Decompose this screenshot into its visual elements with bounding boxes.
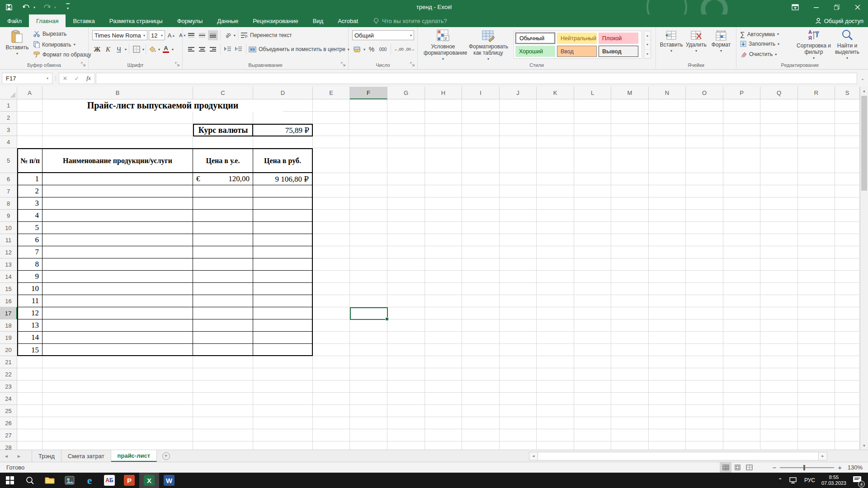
italic-button[interactable]: К	[103, 44, 113, 54]
table-cell[interactable]	[253, 283, 312, 295]
clear-button[interactable]: Очистить ▾	[740, 51, 777, 57]
column-header-C[interactable]: C	[193, 87, 253, 99]
table-cell[interactable]	[253, 344, 312, 356]
comma-style-button[interactable]: 000	[378, 44, 388, 54]
table-cell[interactable]	[42, 283, 193, 295]
zoom-slider-handle[interactable]	[803, 465, 805, 470]
table-cell[interactable]: 9 106,80 ₽	[253, 173, 312, 185]
hscroll-right-icon[interactable]: ►	[818, 452, 827, 460]
language-indicator[interactable]: РУС	[804, 477, 815, 483]
insert-function-icon[interactable]: fx	[83, 75, 94, 82]
page-break-view-icon[interactable]	[743, 462, 755, 473]
table-cell[interactable]: 13	[18, 319, 42, 331]
sheet-nav-right-icon[interactable]: ►	[13, 450, 25, 462]
row-header-19[interactable]: 19	[0, 332, 17, 344]
horizontal-scroll-thumb[interactable]	[538, 452, 818, 460]
row-header-6[interactable]: 6	[0, 173, 17, 185]
font-dialog-launcher-icon[interactable]	[175, 62, 180, 67]
table-cell[interactable]: 7	[18, 246, 42, 258]
table-cell[interactable]: 9	[18, 271, 42, 282]
column-header-H[interactable]: H	[425, 87, 462, 99]
row-header-11[interactable]: 11	[0, 234, 17, 246]
row-header-12[interactable]: 12	[0, 246, 17, 258]
price-table-row-13[interactable]: 13	[18, 319, 312, 332]
table-cell[interactable]	[42, 197, 193, 209]
insert-cells-button[interactable]: Вставить ▾	[659, 30, 684, 53]
header-cell-name[interactable]: Наименование продукции/услуги	[42, 149, 193, 172]
merge-center-button[interactable]: Объединить и поместить в центре ▾	[249, 46, 349, 52]
close-icon[interactable]	[847, 0, 868, 14]
menu-tab-Рецензирование[interactable]: Рецензирование	[245, 14, 305, 27]
borders-icon[interactable]	[132, 44, 142, 54]
underline-button[interactable]: Ч	[114, 44, 124, 54]
decrease-decimal-icon[interactable]: ,00→	[405, 44, 415, 54]
column-header-O[interactable]: O	[686, 87, 723, 99]
table-cell[interactable]	[42, 319, 193, 331]
table-cell[interactable]: €120,00	[193, 173, 253, 185]
row-header-5[interactable]: 5	[0, 148, 17, 173]
table-cell[interactable]	[193, 258, 253, 270]
table-cell[interactable]	[193, 307, 253, 319]
table-cell[interactable]: 11	[18, 295, 42, 307]
format-painter-button[interactable]: Формат по образцу	[33, 52, 91, 58]
menu-tab-Формулы[interactable]: Формулы	[170, 14, 210, 27]
style-neutral[interactable]: Нейтральный	[557, 33, 597, 44]
clipboard-dialog-launcher-icon[interactable]	[81, 62, 86, 67]
column-header-S[interactable]: S	[835, 87, 860, 99]
increase-decimal-icon[interactable]: ←,00	[394, 44, 404, 54]
table-cell[interactable]	[253, 307, 312, 319]
powerpoint-button[interactable]: P	[119, 473, 139, 488]
row-header-4[interactable]: 4	[0, 136, 17, 148]
table-cell[interactable]	[42, 332, 193, 343]
row-header-25[interactable]: 25	[0, 405, 17, 417]
accounting-format-icon[interactable]	[352, 44, 362, 54]
table-cell[interactable]	[42, 222, 193, 234]
ribbon-display-options-icon[interactable]	[785, 0, 806, 14]
number-dialog-launcher-icon[interactable]	[410, 62, 415, 67]
wrap-text-button[interactable]: Перенести текст	[241, 32, 292, 38]
table-cell[interactable]	[253, 234, 312, 246]
alignment-dialog-launcher-icon[interactable]	[341, 62, 346, 67]
sheet-title-cell[interactable]: Прайс-лист выпускаемой продукции	[42, 99, 283, 112]
price-table-row-4[interactable]: 4	[18, 210, 312, 222]
row-header-28[interactable]: 28	[0, 441, 17, 450]
vertical-scroll-thumb[interactable]	[861, 96, 867, 191]
format-cells-button[interactable]: Формат ▾	[708, 30, 734, 53]
minimize-icon[interactable]	[806, 0, 826, 14]
sheet-nav-left-icon[interactable]: ◄	[0, 450, 13, 462]
grid-body[interactable]: Прайс-лист выпускаемой продукции Курс ва…	[17, 99, 860, 450]
row-header-17[interactable]: 17	[0, 307, 17, 319]
row-header-20[interactable]: 20	[0, 344, 17, 356]
excel-button[interactable]: X	[139, 473, 159, 488]
font-name-combo[interactable]: Times New Roma▾	[92, 30, 147, 40]
price-table-row-5[interactable]: 5	[18, 222, 312, 234]
horizontal-scrollbar[interactable]: ◄ ►	[529, 452, 827, 460]
bold-button[interactable]: Ж	[92, 44, 102, 54]
hscroll-left-icon[interactable]: ◄	[529, 452, 538, 460]
scroll-down-icon[interactable]: ▼	[860, 441, 868, 450]
style-output[interactable]: Вывод	[599, 46, 638, 57]
column-header-R[interactable]: R	[798, 87, 835, 99]
formula-input[interactable]	[96, 73, 857, 84]
sort-filter-button[interactable]: АЯ Сортировка и фильтр ▾	[795, 29, 832, 60]
table-cell[interactable]	[253, 271, 312, 282]
sheet-tab-Трэнд[interactable]: Трэнд	[32, 450, 61, 462]
menu-tab-Вставка[interactable]: Вставка	[66, 14, 102, 27]
header-cell-price-rub[interactable]: Цена в руб.	[253, 149, 312, 172]
column-header-N[interactable]: N	[649, 87, 686, 99]
row-header-7[interactable]: 7	[0, 185, 17, 197]
delete-cells-button[interactable]: Удалить ▾	[684, 30, 708, 53]
expand-formula-bar-icon[interactable]: ⌄	[857, 76, 868, 81]
page-layout-view-icon[interactable]	[731, 462, 743, 473]
row-header-15[interactable]: 15	[0, 283, 17, 295]
file-explorer-button[interactable]	[40, 473, 60, 488]
price-table-header-row[interactable]: № п/п Наименование продукции/услуги Цена…	[18, 149, 312, 173]
price-table-row-8[interactable]: 8	[18, 258, 312, 271]
menu-tab-Acrobat[interactable]: Acrobat	[330, 14, 365, 27]
table-cell[interactable]: 14	[18, 332, 42, 343]
vertical-scrollbar[interactable]: ▲ ▼	[860, 87, 868, 450]
column-header-J[interactable]: J	[500, 87, 537, 99]
name-box[interactable]: F17▾	[2, 73, 52, 84]
start-button[interactable]	[0, 473, 20, 488]
table-cell[interactable]	[42, 185, 193, 197]
